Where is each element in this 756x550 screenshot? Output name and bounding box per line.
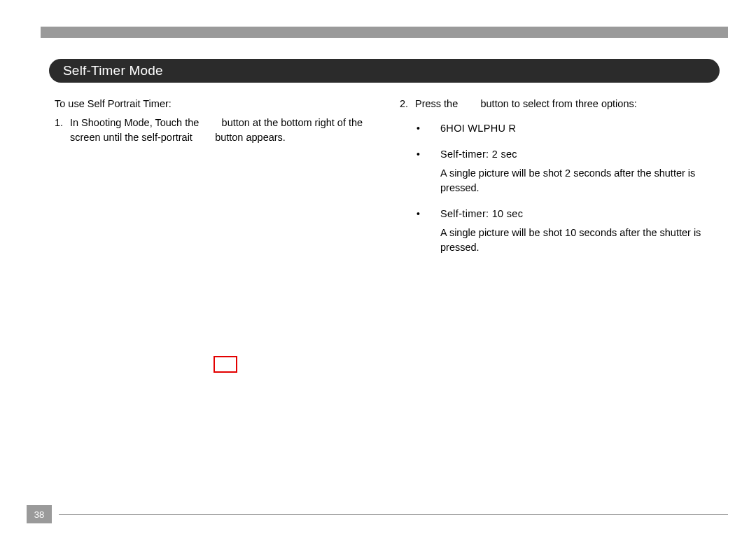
option-off-text: 6HOI WLPHU R bbox=[440, 121, 720, 136]
step-1: 1. In Shooting Mode, Touch the button at… bbox=[55, 116, 374, 145]
option-10sec-title: Self-timer: 10 sec bbox=[440, 208, 523, 219]
page-number: 38 bbox=[34, 509, 44, 520]
left-column: To use Self Portrait Timer: 1. In Shooti… bbox=[55, 97, 374, 266]
section-heading: Self-Timer Mode bbox=[63, 63, 163, 78]
step-2: 2. Press the button to select from three… bbox=[400, 97, 720, 111]
option-10sec-text: Self-timer: 10 sec bbox=[440, 207, 720, 221]
step-1-text-c: button appears. bbox=[215, 132, 286, 143]
option-2sec-title: Self-timer: 2 sec bbox=[440, 149, 517, 160]
bullet-icon: • bbox=[400, 147, 440, 162]
section-heading-pill: Self-Timer Mode bbox=[49, 59, 720, 83]
highlight-box bbox=[214, 356, 237, 373]
option-10sec-desc: A single picture will be shot 10 seconds… bbox=[400, 226, 720, 255]
step-1-number: 1. bbox=[55, 116, 70, 145]
left-lead: To use Self Portrait Timer: bbox=[55, 97, 374, 111]
footer-line bbox=[59, 514, 728, 515]
page-number-badge: 38 bbox=[27, 505, 52, 523]
step-1-text: In Shooting Mode, Touch the button at th… bbox=[70, 116, 374, 145]
option-2sec: • Self-timer: 2 sec bbox=[400, 147, 720, 162]
option-10sec: • Self-timer: 10 sec bbox=[400, 207, 720, 221]
bullet-icon: • bbox=[400, 121, 440, 136]
step-2-text-b: button to select from three options: bbox=[480, 98, 636, 109]
content-columns: To use Self Portrait Timer: 1. In Shooti… bbox=[55, 97, 720, 266]
option-2sec-text: Self-timer: 2 sec bbox=[440, 147, 720, 162]
step-2-text-a: Press the bbox=[415, 98, 461, 109]
step-1-text-a: In Shooting Mode, Touch the bbox=[70, 117, 202, 128]
right-column: 2. Press the button to select from three… bbox=[400, 97, 720, 266]
footer: 38 bbox=[27, 505, 728, 523]
bullet-icon: • bbox=[400, 207, 440, 221]
options-list: • 6HOI WLPHU R • Self-timer: 2 sec A sin… bbox=[400, 121, 720, 255]
option-2sec-desc: A single picture will be shot 2 seconds … bbox=[400, 166, 720, 195]
header-bar bbox=[41, 27, 728, 38]
step-2-text: Press the button to select from three op… bbox=[415, 97, 720, 111]
option-off: • 6HOI WLPHU R bbox=[400, 121, 720, 136]
step-2-number: 2. bbox=[400, 97, 415, 111]
option-off-title: 6HOI WLPHU R bbox=[440, 123, 516, 134]
